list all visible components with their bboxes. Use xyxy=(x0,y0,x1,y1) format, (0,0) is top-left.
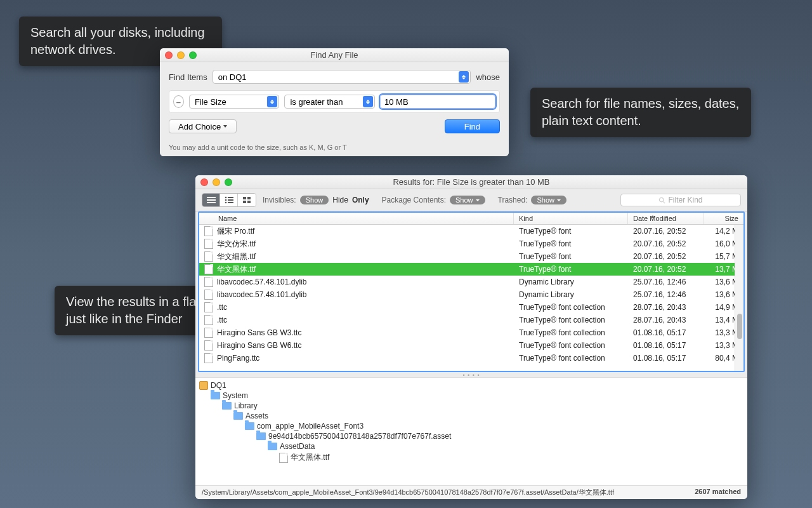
folder-icon xyxy=(233,412,243,420)
path-item[interactable]: System xyxy=(199,391,747,401)
invisibles-label: Invisibles: xyxy=(263,196,296,204)
svg-rect-8 xyxy=(228,202,233,203)
package-show[interactable]: Show xyxy=(450,196,485,204)
titlebar: Find Any File xyxy=(160,48,509,62)
svg-rect-11 xyxy=(243,201,246,203)
file-icon xyxy=(204,302,213,312)
find-items-label: Find Items xyxy=(169,72,207,82)
col-size[interactable]: Size xyxy=(704,213,743,224)
chevron-updown-icon xyxy=(363,96,373,107)
grid-view-icon[interactable] xyxy=(238,194,256,206)
svg-line-14 xyxy=(664,201,665,203)
callout-search-criteria: Search for file names, sizes, dates, pla… xyxy=(530,88,751,137)
search-icon xyxy=(658,197,665,204)
find-button[interactable]: Find xyxy=(445,119,500,133)
disk-icon xyxy=(199,381,208,390)
folder-icon xyxy=(245,422,254,430)
svg-rect-4 xyxy=(228,197,233,198)
file-icon xyxy=(204,226,213,236)
svg-point-5 xyxy=(225,199,226,201)
status-path: /System/Library/Assets/com_apple_MobileA… xyxy=(202,488,614,497)
trashed-show[interactable]: Show xyxy=(531,196,566,204)
folder-icon xyxy=(256,432,266,440)
table-row[interactable]: .ttcTrueType® font collection28.07.16, 2… xyxy=(199,301,743,314)
path-item[interactable]: com_apple_MobileAsset_Font3 xyxy=(199,421,747,431)
chevron-down-icon xyxy=(557,199,561,201)
file-icon xyxy=(204,315,213,325)
table-row[interactable]: 华文黑体.ttfTrueType® font20.07.16, 20:5213,… xyxy=(199,263,743,276)
svg-rect-6 xyxy=(228,199,233,201)
operator-select[interactable]: is greater than xyxy=(284,95,375,109)
invisibles-hide[interactable]: Hide xyxy=(332,196,348,204)
file-icon xyxy=(204,290,213,300)
svg-point-7 xyxy=(225,202,226,204)
invisibles-only[interactable]: Only xyxy=(352,196,369,204)
field-select[interactable]: File Size xyxy=(189,95,280,109)
file-icon xyxy=(204,277,213,287)
table-row[interactable]: 儷宋 Pro.ttfTrueType® font20.07.16, 20:521… xyxy=(199,225,743,237)
col-name[interactable]: Name xyxy=(199,213,514,224)
scroll-thumb[interactable] xyxy=(737,314,742,339)
view-mode-segments[interactable] xyxy=(202,193,256,207)
svg-point-3 xyxy=(225,197,226,199)
col-date[interactable]: Date Modified xyxy=(628,213,704,224)
location-select[interactable]: on DQ1 xyxy=(213,70,471,84)
file-icon xyxy=(204,251,213,262)
folder-icon xyxy=(268,443,277,450)
file-icon xyxy=(204,340,213,351)
value-input[interactable] xyxy=(380,95,495,109)
table-row[interactable]: Hiragino Sans GB W3.ttcTrueType® font co… xyxy=(199,326,743,339)
path-tree[interactable]: DQ1SystemLibraryAssetscom_apple_MobileAs… xyxy=(195,377,747,485)
results-window: Results for: File Size is greater than 1… xyxy=(195,175,747,499)
status-count: 2607 matched xyxy=(695,488,741,497)
path-item[interactable]: 9e94d14bcb65750041078148a2578df7f07e767f… xyxy=(199,431,747,441)
table-row[interactable]: PingFang.ttcTrueType® font collection01.… xyxy=(199,352,743,364)
chevron-updown-icon xyxy=(267,96,277,107)
svg-rect-9 xyxy=(243,197,246,199)
window-title: Results for: File Size is greater than 1… xyxy=(195,177,747,187)
package-label: Package Contents: xyxy=(382,196,446,204)
path-item[interactable]: AssetData xyxy=(199,441,747,451)
table-row[interactable]: libavcodec.57.48.101.dylibDynamic Librar… xyxy=(199,276,743,288)
table-body[interactable]: 儷宋 Pro.ttfTrueType® font20.07.16, 20:521… xyxy=(199,225,743,371)
path-item[interactable]: Assets xyxy=(199,411,747,421)
list-view-icon[interactable] xyxy=(202,194,220,206)
file-icon xyxy=(279,453,288,463)
path-item[interactable]: Library xyxy=(199,401,747,411)
svg-point-13 xyxy=(660,197,664,201)
split-handle[interactable]: • • • • xyxy=(195,372,747,377)
folder-icon xyxy=(211,392,220,399)
chevron-down-icon xyxy=(223,125,227,128)
chevron-updown-icon xyxy=(459,71,469,83)
col-kind[interactable]: Kind xyxy=(514,213,628,224)
file-icon xyxy=(204,239,213,249)
table-row[interactable]: libavcodec.57.48.101.dylibDynamic Librar… xyxy=(199,288,743,301)
file-icon xyxy=(204,328,213,338)
results-table: Name Kind Date Modified Size 儷宋 Pro.ttfT… xyxy=(198,211,745,372)
search-window: Find Any File Find Items on DQ1 whose – … xyxy=(160,48,509,156)
add-choice-button[interactable]: Add Choice xyxy=(169,119,237,133)
table-row[interactable]: 华文仿宋.ttfTrueType® font20.07.16, 20:5216,… xyxy=(199,237,743,250)
toolbar: Invisibles: Show Hide Only Package Conte… xyxy=(195,189,747,211)
file-icon xyxy=(204,264,213,274)
status-bar: /System/Library/Assets/com_apple_MobileA… xyxy=(195,485,747,499)
svg-rect-0 xyxy=(207,197,216,198)
trashed-label: Trashed: xyxy=(498,196,528,204)
window-title: Find Any File xyxy=(160,50,509,60)
remove-criterion-button[interactable]: – xyxy=(173,95,184,108)
path-item[interactable]: 华文黑体.ttf xyxy=(199,451,747,464)
invisibles-show[interactable]: Show xyxy=(300,196,329,204)
titlebar: Results for: File Size is greater than 1… xyxy=(195,175,747,189)
table-row[interactable]: Hiragino Sans GB W6.ttcTrueType® font co… xyxy=(199,339,743,352)
chevron-down-icon xyxy=(476,199,480,201)
table-row[interactable]: 华文细黑.ttfTrueType® font20.07.16, 20:5215,… xyxy=(199,250,743,263)
table-header[interactable]: Name Kind Date Modified Size xyxy=(199,213,743,225)
scrollbar[interactable] xyxy=(735,225,743,371)
hint-text: You may add a unit code to the size, suc… xyxy=(169,140,500,151)
svg-rect-12 xyxy=(247,201,251,203)
table-row[interactable]: .ttcTrueType® font collection28.07.16, 2… xyxy=(199,314,743,326)
filter-input[interactable]: Filter Kind xyxy=(620,194,741,206)
path-item[interactable]: DQ1 xyxy=(199,380,747,391)
file-icon xyxy=(204,353,213,363)
tree-view-icon[interactable] xyxy=(220,194,238,206)
